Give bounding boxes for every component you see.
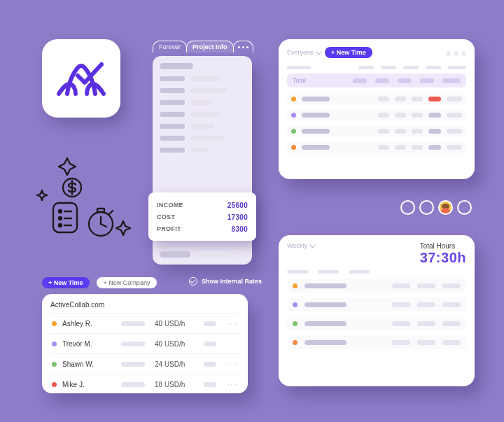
tracking-row[interactable] (287, 93, 466, 105)
project-info-tabs: Forever Project Info (153, 41, 253, 52)
new-company-button[interactable]: + New Company (97, 277, 158, 288)
rates-row: Trevor M.40 USD/h··· (50, 333, 239, 353)
check-circle-icon (189, 277, 197, 286)
new-time-button-secondary[interactable]: + New Time (42, 277, 90, 288)
rates-row: Ashley R.40 USD/h··· (50, 313, 239, 333)
sparkle-icon (59, 158, 76, 175)
hours-row[interactable] (287, 279, 466, 293)
avatar-empty[interactable] (400, 200, 415, 215)
row-more-icon[interactable]: ··· (227, 379, 238, 389)
tracking-total-label: Total (293, 77, 306, 84)
user-color-dot (52, 321, 57, 326)
total-hours-block: Total Hours 37:30h (420, 242, 466, 266)
user-color-dot (52, 342, 57, 346)
tracking-row[interactable] (287, 141, 466, 153)
tracking-row[interactable] (287, 125, 466, 137)
hours-row[interactable] (287, 317, 466, 330)
user-color-dot (52, 382, 57, 387)
filter-weekly-label: Weekly (287, 242, 307, 249)
svg-point-4 (59, 217, 62, 220)
svg-line-10 (101, 224, 106, 227)
project-summary: INCOME 25600 COST 17300 PROFIT 8300 (148, 192, 256, 241)
rates-row-rate: 40 USD/h (155, 340, 194, 348)
row-more-icon[interactable]: ··· (227, 318, 238, 328)
hours-row[interactable] (287, 336, 466, 349)
decorative-doodles (34, 154, 146, 252)
tab-forever[interactable]: Forever (153, 41, 187, 52)
rates-row-rate: 40 USD/h (155, 320, 194, 328)
summary-income-label: INCOME (157, 202, 183, 209)
svg-rect-11 (97, 209, 104, 212)
rates-row-rate: 24 USD/h (155, 360, 194, 368)
total-hours-value: 37:30h (420, 250, 466, 266)
rates-row-name: Ashley R. (62, 320, 111, 328)
avatar-user[interactable] (438, 200, 453, 215)
rates-company-name: ActiveCollab.com (50, 301, 239, 313)
rates-row: Mike J.18 USD/h··· (50, 374, 239, 394)
sparkle-icon (37, 190, 47, 200)
tab-project-info[interactable]: Project Info (186, 41, 234, 52)
svg-point-6 (59, 224, 62, 227)
project-info-card: INCOME 25600 COST 17300 PROFIT 8300 (153, 56, 252, 265)
window-dots (443, 46, 466, 59)
user-color-dot (52, 362, 57, 367)
activecollab-logo-icon (57, 59, 106, 98)
chevron-down-icon (316, 49, 321, 55)
rates-row: Shawn W.24 USD/h··· (50, 353, 239, 374)
total-hours-label: Total Hours (420, 242, 466, 250)
filter-everyone-label: Everyone (287, 49, 314, 56)
chevron-down-icon (310, 242, 316, 248)
sparkle-icon (116, 221, 130, 235)
avatar-empty[interactable] (419, 200, 434, 215)
summary-cost-label: COST (157, 213, 175, 221)
summary-cost-value: 17300 (227, 213, 248, 221)
filter-weekly-dropdown[interactable]: Weekly (287, 242, 314, 249)
svg-line-12 (109, 211, 113, 214)
tracking-total-row: Total (287, 73, 466, 87)
filter-everyone-dropdown[interactable]: Everyone (287, 49, 321, 56)
summary-profit-label: PROFIT (157, 225, 181, 233)
hours-row[interactable] (287, 298, 466, 311)
tab-more[interactable] (233, 41, 253, 52)
rates-row-name: Trevor M. (62, 340, 111, 348)
summary-income-value: 25600 (227, 202, 248, 209)
summary-profit-value: 8300 (232, 225, 248, 233)
stopwatch-icon (89, 209, 113, 236)
svg-point-2 (59, 210, 62, 213)
row-more-icon[interactable]: ··· (227, 359, 238, 369)
show-internal-rates-toggle[interactable]: Show Internal Rates (189, 277, 262, 286)
row-more-icon[interactable]: ··· (227, 339, 238, 349)
rates-row-name: Mike J. (62, 381, 111, 388)
avatar-row (400, 200, 472, 215)
rates-card: ActiveCollab.com Ashley R.40 USD/h···Tre… (42, 294, 248, 393)
avatar-empty[interactable] (457, 200, 472, 215)
list-card-icon (53, 203, 77, 232)
app-logo-tile (42, 39, 120, 118)
new-time-button[interactable]: + New Time (325, 47, 372, 58)
tracking-row[interactable] (287, 109, 466, 121)
time-tracking-card: Everyone + New Time Total (279, 39, 475, 179)
coin-icon (63, 178, 81, 197)
rates-row-name: Shawn W. (62, 360, 111, 368)
rates-row-rate: 18 USD/h (155, 381, 194, 388)
hours-card: Weekly Total Hours 37:30h (279, 235, 475, 386)
show-internal-rates-label: Show Internal Rates (202, 278, 262, 285)
